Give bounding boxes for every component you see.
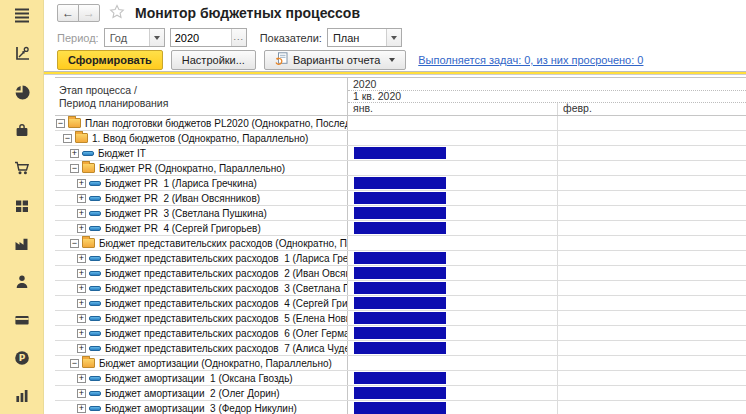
table-row[interactable]: +Бюджет PR 3 (Светлана Пушкина) <box>55 206 746 221</box>
indicators-dropdown-button[interactable] <box>386 29 401 46</box>
gantt-cell <box>348 116 746 130</box>
gantt-bar[interactable] <box>354 372 446 384</box>
gantt-cell <box>348 326 746 340</box>
collapse-toggle[interactable]: − <box>70 359 79 368</box>
running-tasks-link[interactable]: Выполняется задач: 0, из них просрочено:… <box>418 54 643 66</box>
task-bar-icon <box>89 226 101 231</box>
expand-toggle[interactable]: + <box>77 374 86 383</box>
sidebar-button-menu[interactable] <box>13 7 31 24</box>
gantt-bar[interactable] <box>354 222 446 234</box>
generate-button[interactable]: Сформировать <box>57 50 163 70</box>
sidebar-button-payments[interactable] <box>13 311 31 328</box>
gantt-bar[interactable] <box>354 312 446 324</box>
favorite-star-button[interactable] <box>109 4 125 23</box>
row-label: Бюджет представительских расходов 3 (Све… <box>105 283 348 294</box>
sidebar-button-production[interactable] <box>13 235 31 252</box>
row-label-cell: +Бюджет представительских расходов 2 (Ив… <box>55 266 348 280</box>
expand-toggle[interactable]: + <box>77 179 86 188</box>
sidebar-button-purchases[interactable] <box>13 121 31 138</box>
expand-toggle[interactable]: + <box>77 299 86 308</box>
expand-toggle[interactable]: + <box>77 404 86 413</box>
table-row[interactable]: −Бюджет представительских расходов (Одно… <box>55 236 746 251</box>
row-label: Бюджет амортизации 1 (Оксана Гвоздь) <box>105 373 293 384</box>
sidebar-button-analytics[interactable] <box>13 387 31 404</box>
gantt-bar[interactable] <box>354 252 446 264</box>
period-year-input[interactable] <box>171 32 231 44</box>
back-button[interactable]: ← <box>57 4 79 22</box>
table-row[interactable]: +Бюджет представительских расходов 4 (Се… <box>55 296 746 311</box>
table-row[interactable]: +Бюджет PR 2 (Иван Овсянников) <box>55 191 746 206</box>
gantt-bar[interactable] <box>354 402 446 414</box>
sidebar-button-sales[interactable] <box>13 159 31 176</box>
row-label: Бюджет PR 1 (Лариса Гречкина) <box>105 178 257 189</box>
collapse-toggle[interactable]: − <box>70 164 79 173</box>
table-row[interactable]: +Бюджет представительских расходов 6 (Ол… <box>55 326 746 341</box>
expand-toggle[interactable]: + <box>77 194 86 203</box>
sidebar-button-processes[interactable] <box>13 45 31 62</box>
table-row[interactable]: +Бюджет представительских расходов 2 (Ив… <box>55 266 746 281</box>
period-type-combo[interactable]: Год <box>104 28 165 47</box>
table-row[interactable]: −1. Ввод бюджетов (Однократно, Параллель… <box>55 131 746 146</box>
expand-toggle[interactable]: + <box>77 224 86 233</box>
table-row[interactable]: +Бюджет амортизации 1 (Оксана Гвоздь) <box>55 371 746 386</box>
table-row[interactable]: +Бюджет IT <box>55 146 746 161</box>
gantt-bar[interactable] <box>354 387 446 399</box>
sidebar-button-reports[interactable] <box>13 83 31 100</box>
indicators-combo[interactable]: План <box>327 28 402 47</box>
expand-toggle[interactable]: + <box>77 254 86 263</box>
collapse-toggle[interactable]: − <box>70 239 79 248</box>
table-row[interactable]: +Бюджет амортизации 2 (Олег Дорин) <box>55 386 746 401</box>
settings-button[interactable]: Настройки... <box>171 50 256 70</box>
table-row[interactable]: +Бюджет представительских расходов 7 (Ал… <box>55 341 746 356</box>
table-row[interactable]: −План подготовки бюджетов PL2020 (Однокр… <box>55 116 746 131</box>
gantt-bar[interactable] <box>354 147 446 159</box>
indicators-label: Показатели: <box>260 32 322 44</box>
collapse-toggle[interactable]: − <box>56 119 65 128</box>
history-nav: ← → <box>57 4 100 22</box>
task-bar-icon <box>89 346 101 351</box>
expand-toggle[interactable]: + <box>77 314 86 323</box>
table-row[interactable]: +Бюджет PR 1 (Лариса Гречкина) <box>55 176 746 191</box>
expand-toggle[interactable]: + <box>77 389 86 398</box>
forward-button[interactable]: → <box>78 4 100 22</box>
gantt-cell <box>348 401 746 414</box>
title-bar: ← → Монитор бюджетных процессов <box>44 0 746 26</box>
gantt-bar[interactable] <box>354 267 446 279</box>
expand-toggle[interactable]: + <box>77 344 86 353</box>
table-row[interactable]: +Бюджет представительских расходов 5 (Ел… <box>55 311 746 326</box>
ruble-icon: P <box>14 350 30 366</box>
table-row[interactable]: −Бюджет PR (Однократно, Параллельно) <box>55 161 746 176</box>
report-variants-button[interactable]: Варианты отчета <box>264 50 406 70</box>
gantt-bar[interactable] <box>354 177 446 189</box>
sidebar-button-staff[interactable] <box>13 273 31 290</box>
table-row[interactable]: +Бюджет PR 4 (Сергей Григорьев) <box>55 221 746 236</box>
bag-icon <box>14 122 30 138</box>
row-label: Бюджет PR 4 (Сергей Григорьев) <box>105 223 261 234</box>
sidebar-button-finance[interactable]: P <box>13 349 31 366</box>
gantt-bar[interactable] <box>354 342 446 354</box>
gantt-bar[interactable] <box>354 297 446 309</box>
collapse-toggle[interactable]: − <box>63 134 72 143</box>
table-row[interactable]: +Бюджет амортизации 3 (Федор Никулин) <box>55 401 746 414</box>
gantt-bar[interactable] <box>354 207 446 219</box>
bar-chart-icon <box>14 388 30 404</box>
gantt-cell <box>348 356 746 370</box>
table-row[interactable]: +Бюджет представительских расходов 3 (Св… <box>55 281 746 296</box>
expand-toggle[interactable]: + <box>77 329 86 338</box>
period-label: Период: <box>57 32 99 44</box>
row-label: Бюджет амортизации 3 (Федор Никулин) <box>105 403 297 414</box>
period-year-picker-button[interactable]: ... <box>231 29 246 46</box>
expand-toggle[interactable]: + <box>77 209 86 218</box>
gantt-bar[interactable] <box>354 327 446 339</box>
expand-toggle[interactable]: + <box>70 149 79 158</box>
gantt-bar[interactable] <box>354 192 446 204</box>
gantt-cell <box>348 146 746 160</box>
expand-toggle[interactable]: + <box>77 269 86 278</box>
expand-toggle[interactable]: + <box>77 284 86 293</box>
table-row[interactable]: −Бюджет амортизации (Однократно, Паралле… <box>55 356 746 371</box>
period-type-dropdown-button[interactable] <box>149 29 164 46</box>
sidebar-button-catalog[interactable] <box>13 197 31 214</box>
gantt-bar[interactable] <box>354 282 446 294</box>
pie-chart-icon <box>14 84 30 100</box>
table-row[interactable]: +Бюджет представительских расходов 1 (Ла… <box>55 251 746 266</box>
